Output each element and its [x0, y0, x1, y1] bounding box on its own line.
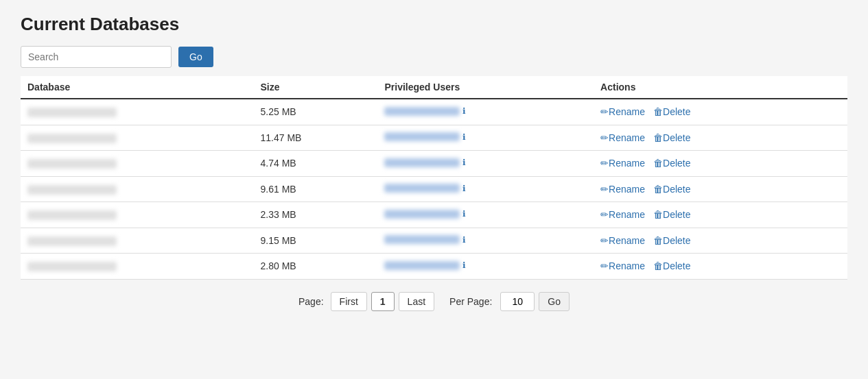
delete-button[interactable]: 🗑Delete: [653, 235, 690, 246]
db-name-cell: [21, 202, 254, 228]
db-size-cell: 9.15 MB: [254, 228, 378, 254]
user-icon: ℹ: [462, 106, 466, 116]
pencil-icon: ✏: [600, 260, 609, 271]
search-input[interactable]: [21, 46, 172, 68]
trash-icon: 🗑: [653, 184, 663, 195]
db-users-cell: ℹ: [377, 125, 594, 151]
trash-icon: 🗑: [653, 132, 663, 143]
pencil-icon: ✏: [600, 184, 609, 195]
table-row: 11.47 MBℹ✏Rename🗑Delete: [21, 125, 847, 151]
rename-button[interactable]: ✏Rename: [600, 158, 645, 169]
db-actions-cell: ✏Rename🗑Delete: [594, 228, 847, 254]
per-page-input[interactable]: [500, 292, 535, 311]
delete-button[interactable]: 🗑Delete: [653, 158, 690, 169]
table-row: 4.74 MBℹ✏Rename🗑Delete: [21, 151, 847, 177]
trash-icon: 🗑: [653, 158, 663, 169]
db-name-cell: [21, 99, 254, 125]
rename-button[interactable]: ✏Rename: [600, 260, 645, 271]
per-page-label: Per Page:: [449, 296, 492, 307]
user-icon: ℹ: [462, 235, 466, 245]
delete-button[interactable]: 🗑Delete: [653, 209, 690, 220]
trash-icon: 🗑: [653, 209, 663, 220]
rename-button[interactable]: ✏Rename: [600, 235, 645, 246]
delete-button[interactable]: 🗑Delete: [653, 132, 690, 143]
db-actions-cell: ✏Rename🗑Delete: [594, 151, 847, 177]
db-size-cell: 2.80 MB: [254, 254, 378, 280]
page-label: Page:: [298, 296, 324, 307]
db-size-cell: 2.33 MB: [254, 202, 378, 228]
db-size-cell: 5.25 MB: [254, 99, 378, 125]
db-users-cell: ℹ: [377, 254, 594, 280]
pencil-icon: ✏: [600, 132, 609, 143]
db-actions-cell: ✏Rename🗑Delete: [594, 99, 847, 125]
db-actions-cell: ✏Rename🗑Delete: [594, 125, 847, 151]
db-actions-cell: ✏Rename🗑Delete: [594, 176, 847, 202]
db-name-cell: [21, 151, 254, 177]
first-page-button[interactable]: First: [331, 292, 367, 311]
trash-icon: 🗑: [653, 235, 663, 246]
db-actions-cell: ✏Rename🗑Delete: [594, 254, 847, 280]
page-title: Current Databases: [21, 14, 847, 35]
table-row: 2.33 MBℹ✏Rename🗑Delete: [21, 202, 847, 228]
delete-button[interactable]: 🗑Delete: [653, 184, 690, 195]
pagination-bar: Page: First 1 Last Per Page: Go: [21, 292, 847, 311]
search-go-button[interactable]: Go: [178, 47, 213, 67]
table-row: 9.61 MBℹ✏Rename🗑Delete: [21, 176, 847, 202]
db-name-cell: [21, 125, 254, 151]
pencil-icon: ✏: [600, 106, 609, 117]
col-database: Database: [21, 76, 254, 99]
user-icon: ℹ: [462, 260, 466, 270]
db-size-cell: 4.74 MB: [254, 151, 378, 177]
col-privileged-users: Privileged Users: [377, 76, 594, 99]
user-icon: ℹ: [462, 132, 466, 142]
db-users-cell: ℹ: [377, 228, 594, 254]
rename-button[interactable]: ✏Rename: [600, 106, 645, 117]
pencil-icon: ✏: [600, 158, 609, 169]
pencil-icon: ✏: [600, 209, 609, 220]
db-name-cell: [21, 228, 254, 254]
rename-button[interactable]: ✏Rename: [600, 184, 645, 195]
search-bar: Go: [21, 46, 847, 68]
db-users-cell: ℹ: [377, 176, 594, 202]
db-users-cell: ℹ: [377, 151, 594, 177]
pencil-icon: ✏: [600, 235, 609, 246]
trash-icon: 🗑: [653, 260, 663, 271]
table-row: 2.80 MBℹ✏Rename🗑Delete: [21, 254, 847, 280]
db-name-cell: [21, 254, 254, 280]
databases-table: Database Size Privileged Users Actions 5…: [21, 76, 847, 280]
db-users-cell: ℹ: [377, 99, 594, 125]
db-actions-cell: ✏Rename🗑Delete: [594, 202, 847, 228]
table-row: 9.15 MBℹ✏Rename🗑Delete: [21, 228, 847, 254]
current-page-button[interactable]: 1: [371, 292, 395, 311]
user-icon: ℹ: [462, 158, 466, 167]
user-icon: ℹ: [462, 184, 466, 193]
db-size-cell: 9.61 MB: [254, 176, 378, 202]
db-users-cell: ℹ: [377, 202, 594, 228]
pagination-go-button[interactable]: Go: [539, 292, 570, 311]
table-row: 5.25 MBℹ✏Rename🗑Delete: [21, 99, 847, 125]
rename-button[interactable]: ✏Rename: [600, 209, 645, 220]
db-name-cell: [21, 176, 254, 202]
user-icon: ℹ: [462, 209, 466, 219]
db-size-cell: 11.47 MB: [254, 125, 378, 151]
trash-icon: 🗑: [653, 106, 663, 117]
delete-button[interactable]: 🗑Delete: [653, 106, 690, 117]
col-actions: Actions: [594, 76, 847, 99]
last-page-button[interactable]: Last: [399, 292, 434, 311]
delete-button[interactable]: 🗑Delete: [653, 260, 690, 271]
col-size: Size: [254, 76, 378, 99]
rename-button[interactable]: ✏Rename: [600, 132, 645, 143]
